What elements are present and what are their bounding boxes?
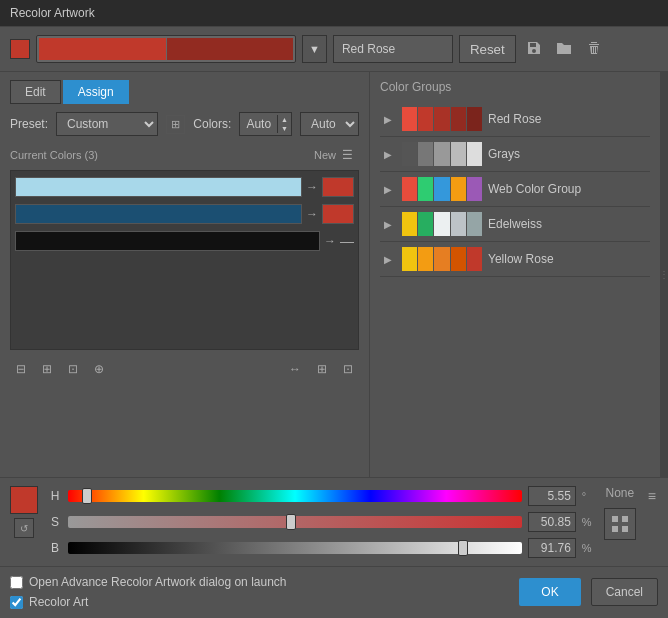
colors-arrows: ▲ ▼ <box>277 115 291 133</box>
b-value-input[interactable] <box>528 538 576 558</box>
cg-arrow-3: ▶ <box>384 184 396 195</box>
cg-swatch <box>402 177 417 201</box>
s-value-input[interactable] <box>528 512 576 532</box>
mixer-menu-button[interactable]: ≡ <box>646 486 658 506</box>
cg-name-3: Web Color Group <box>488 182 646 196</box>
save-icon-button[interactable] <box>522 35 546 63</box>
color-group-name-input[interactable] <box>333 35 453 63</box>
color-group-item-web[interactable]: ▶ Web Color Group <box>380 172 650 207</box>
ok-button[interactable]: OK <box>519 578 580 606</box>
cg-swatch <box>418 177 433 201</box>
mixer-b-row: B % <box>48 538 594 558</box>
colors-up[interactable]: ▲ <box>278 115 291 124</box>
current-color-1[interactable] <box>15 177 302 197</box>
left-panel: Edit Assign Preset: Custom ⊞ Colors: Aut… <box>0 72 370 477</box>
current-col-header: Current Colors (3) <box>10 149 276 161</box>
cg-swatch <box>418 212 433 236</box>
cg-swatch <box>418 247 433 271</box>
recolor-checkbox[interactable] <box>10 596 23 609</box>
tab-edit[interactable]: Edit <box>10 80 61 104</box>
s-slider-track[interactable] <box>68 516 522 528</box>
cg-swatch <box>434 247 449 271</box>
cg-swatches-2 <box>402 142 482 166</box>
recolor-label-text: Recolor Art <box>29 595 88 609</box>
cg-arrow-2: ▶ <box>384 149 396 160</box>
title-text: Recolor Artwork <box>10 6 95 20</box>
tb-icon-7[interactable]: ⊡ <box>337 358 359 380</box>
b-unit: % <box>582 542 594 554</box>
mixer-h-row: H ° <box>48 486 594 506</box>
advanced-checkbox-label[interactable]: Open Advance Recolor Artwork dialog on l… <box>10 575 287 589</box>
active-swatch[interactable] <box>10 39 30 59</box>
resize-handle[interactable]: ⋮ <box>660 72 668 477</box>
tb-icon-6[interactable]: ⊞ <box>311 358 333 380</box>
cg-swatch <box>402 142 417 166</box>
main-content: Edit Assign Preset: Custom ⊞ Colors: Aut… <box>0 72 668 477</box>
table-menu-btn[interactable]: ☰ <box>336 144 359 166</box>
cg-swatch <box>418 107 433 131</box>
color-groups-title: Color Groups <box>380 80 650 94</box>
none-label: None <box>605 486 634 500</box>
cg-swatch <box>451 212 466 236</box>
arrow-icon-3: → <box>324 234 336 248</box>
color-group-item-edelweiss[interactable]: ▶ Edelweiss <box>380 207 650 242</box>
tb-icon-1[interactable]: ⊟ <box>10 358 32 380</box>
grid-icon-btn[interactable]: ⊞ <box>166 115 185 134</box>
b-slider-track[interactable] <box>68 542 522 554</box>
grid-swatch-display[interactable] <box>604 508 636 540</box>
s-label: S <box>48 515 62 529</box>
advanced-checkbox[interactable] <box>10 576 23 589</box>
new-color-2[interactable] <box>322 204 354 224</box>
new-color-1[interactable] <box>322 177 354 197</box>
cg-swatch <box>467 177 482 201</box>
cg-swatch <box>467 212 482 236</box>
tb-icon-2[interactable]: ⊞ <box>36 358 58 380</box>
dash-3: — <box>340 233 354 249</box>
preset-row: Preset: Custom ⊞ Colors: Auto ▲ ▼ Auto <box>10 112 359 136</box>
cg-swatch <box>467 247 482 271</box>
current-color-2[interactable] <box>15 204 302 224</box>
folder-icon <box>556 40 572 56</box>
current-color-3[interactable] <box>15 231 320 251</box>
toolbar-group-right: ↔ ⊞ ⊡ <box>283 358 359 380</box>
h-value-input[interactable] <box>528 486 576 506</box>
color-group-item-red-rose[interactable]: ▶ Red Rose <box>380 102 650 137</box>
h-label: H <box>48 489 62 503</box>
cancel-button[interactable]: Cancel <box>591 578 658 606</box>
checkbox-row: Open Advance Recolor Artwork dialog on l… <box>10 575 509 609</box>
reset-button[interactable]: Reset <box>459 35 516 63</box>
cg-swatches-4 <box>402 212 482 236</box>
bottom-toolbar: ⊟ ⊞ ⊡ ⊕ ↔ ⊞ ⊡ <box>10 354 359 384</box>
folder-icon-button[interactable] <box>552 35 576 63</box>
tb-icon-3[interactable]: ⊡ <box>62 358 84 380</box>
color-rows-container: → → → — <box>10 170 359 350</box>
mixer-cycle-icon[interactable]: ↺ <box>14 518 34 538</box>
cg-swatch <box>402 247 417 271</box>
b-label: B <box>48 541 62 555</box>
cg-name-4: Edelweiss <box>488 217 646 231</box>
tb-icon-4[interactable]: ⊕ <box>88 358 110 380</box>
tab-assign[interactable]: Assign <box>63 80 129 104</box>
trash-icon-button[interactable] <box>582 35 606 63</box>
mixer-swatch[interactable] <box>10 486 38 514</box>
right-panel: Color Groups ▶ Red Rose ▶ <box>370 72 660 477</box>
colors-spinner: Auto ▲ ▼ <box>239 112 292 136</box>
mixer-sliders: H ° S % B <box>48 486 594 558</box>
toolbar-group-left: ⊟ ⊞ ⊡ ⊕ <box>10 358 110 380</box>
recolor-checkbox-label[interactable]: Recolor Art <box>10 595 88 609</box>
svg-rect-2 <box>612 526 618 532</box>
cg-swatch <box>434 177 449 201</box>
color-group-item-grays[interactable]: ▶ Grays <box>380 137 650 172</box>
cg-swatch <box>434 142 449 166</box>
s-slider-thumb <box>286 514 296 530</box>
color-strip-dropdown[interactable]: ▼ <box>302 35 327 63</box>
preset-select[interactable]: Custom <box>56 112 158 136</box>
colors-dropdown[interactable]: Auto <box>300 112 359 136</box>
color-group-item-yellow-rose[interactable]: ▶ Yellow Rose <box>380 242 650 277</box>
h-slider-track[interactable] <box>68 490 522 502</box>
tb-icon-5[interactable]: ↔ <box>283 358 307 380</box>
colors-down[interactable]: ▼ <box>278 124 291 133</box>
arrow-icon-2: → <box>306 207 318 221</box>
h-unit: ° <box>582 490 594 502</box>
svg-rect-0 <box>612 516 618 522</box>
